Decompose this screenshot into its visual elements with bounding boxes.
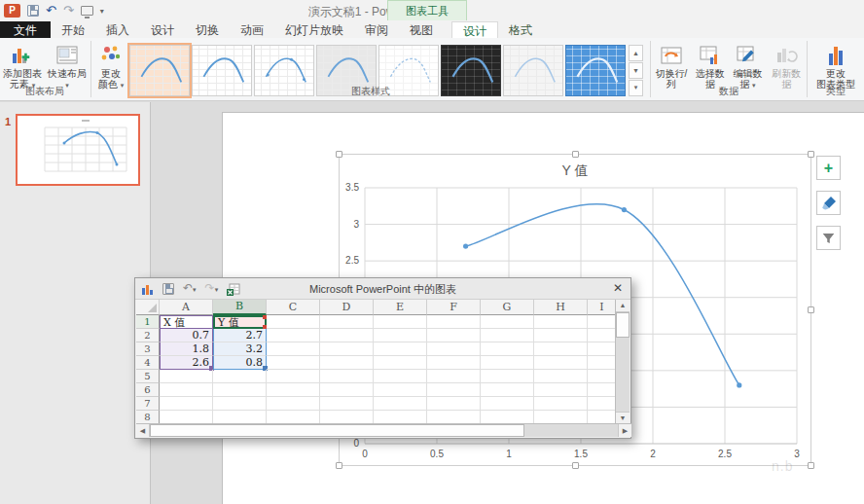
tab-chart-design-selected[interactable]: 设计 xyxy=(451,21,498,38)
row-header-2[interactable]: 2 xyxy=(136,329,160,342)
sheet-cell-G3[interactable] xyxy=(481,342,534,356)
sheet-cell-B4[interactable]: 0.8 xyxy=(213,356,267,370)
sheet-cell-E4[interactable] xyxy=(374,356,427,370)
selection-handle-se[interactable] xyxy=(808,462,814,469)
sheet-cell-D4[interactable] xyxy=(320,356,374,370)
sheet-vertical-scrollbar[interactable]: ▲ ▼ xyxy=(615,300,630,424)
sheet-cell-B5[interactable] xyxy=(213,370,267,383)
row-header-1[interactable]: 1 xyxy=(136,315,160,329)
sheet-cell-A8[interactable] xyxy=(160,411,213,424)
sheet-cell-F3[interactable] xyxy=(427,342,481,356)
sheet-cell-I2[interactable] xyxy=(588,329,617,342)
selection-handle-s[interactable] xyxy=(572,462,579,469)
sheet-cell-H6[interactable] xyxy=(534,383,588,397)
sheet-cell-B7[interactable] xyxy=(213,397,267,411)
column-header-G[interactable]: G xyxy=(481,300,534,315)
sheet-cell-E8[interactable] xyxy=(374,411,427,424)
sheet-cell-E2[interactable] xyxy=(374,329,427,342)
sheet-cell-E6[interactable] xyxy=(374,383,427,397)
sheet-cell-H7[interactable] xyxy=(534,397,588,411)
chart-title[interactable]: Y 值 xyxy=(340,162,810,180)
sheet-cell-A5[interactable] xyxy=(160,370,213,383)
sheet-cell-C1[interactable] xyxy=(267,315,320,329)
sheet-cell-I3[interactable] xyxy=(588,342,617,356)
chart-elements-button[interactable]: + xyxy=(816,156,841,180)
sheet-cell-D2[interactable] xyxy=(320,329,374,342)
column-header-E[interactable]: E xyxy=(374,300,427,315)
sheet-cell-I8[interactable] xyxy=(588,411,617,424)
chart-filters-button[interactable] xyxy=(816,226,841,250)
sheet-cell-F7[interactable] xyxy=(427,397,481,411)
sheet-cell-I7[interactable] xyxy=(588,397,617,411)
column-header-F[interactable]: F xyxy=(427,300,481,315)
row-header-6[interactable]: 6 xyxy=(136,383,160,397)
sheet-cell-E3[interactable] xyxy=(374,342,427,356)
sheet-cell-D6[interactable] xyxy=(320,383,374,397)
selection-handle-sw[interactable] xyxy=(336,462,342,469)
selection-handle-nw[interactable] xyxy=(336,151,342,158)
sheet-cell-I5[interactable] xyxy=(588,370,617,383)
slide-thumbnail[interactable] xyxy=(16,114,140,186)
tab-review[interactable]: 审阅 xyxy=(354,21,399,38)
tab-home[interactable]: 开始 xyxy=(51,21,95,38)
sheet-cell-G2[interactable] xyxy=(481,329,534,342)
sheet-cell-A1[interactable]: X 值 xyxy=(160,315,213,329)
tab-animations[interactable]: 动画 xyxy=(230,21,274,38)
sheet-cell-H4[interactable] xyxy=(534,356,588,370)
sheet-cell-F5[interactable] xyxy=(427,370,481,383)
sheet-cell-F4[interactable] xyxy=(427,356,481,370)
column-header-D[interactable]: D xyxy=(320,300,374,315)
row-header-5[interactable]: 5 xyxy=(136,370,160,383)
sheet-cell-C4[interactable] xyxy=(267,356,320,370)
sheet-cell-F8[interactable] xyxy=(427,411,481,424)
sheet-cell-H1[interactable] xyxy=(534,315,588,329)
sheet-cell-G6[interactable] xyxy=(481,383,534,397)
sheet-cell-F6[interactable] xyxy=(427,383,481,397)
sheet-cell-D5[interactable] xyxy=(320,370,374,383)
row-header-7[interactable]: 7 xyxy=(136,397,160,411)
sheet-cell-H3[interactable] xyxy=(534,342,588,356)
scroll-left-icon[interactable]: ◀ xyxy=(136,424,150,437)
tab-view[interactable]: 视图 xyxy=(399,21,444,38)
sheet-cell-G5[interactable] xyxy=(481,370,534,383)
sheet-cell-D1[interactable] xyxy=(320,315,374,329)
switch-row-column-button[interactable]: 切换行/列 xyxy=(652,41,691,90)
sheet-select-all-corner[interactable] xyxy=(136,300,160,315)
sheet-cell-C5[interactable] xyxy=(267,370,320,383)
sheet-cell-B3[interactable]: 3.2 xyxy=(213,342,267,356)
sheet-cell-F2[interactable] xyxy=(427,329,481,342)
sheet-cell-D7[interactable] xyxy=(320,397,374,411)
tab-slideshow[interactable]: 幻灯片放映 xyxy=(274,21,354,38)
sheet-cell-E5[interactable] xyxy=(374,370,427,383)
sheet-cell-C3[interactable] xyxy=(267,342,320,356)
column-header-C[interactable]: C xyxy=(267,300,320,315)
sheet-cell-H8[interactable] xyxy=(534,411,588,424)
sheet-cell-C6[interactable] xyxy=(267,383,320,397)
add-chart-element-button[interactable]: 添加图表 元素 ▾ xyxy=(1,41,44,90)
sheet-cell-A4[interactable]: 2.6 xyxy=(160,356,213,370)
tab-file[interactable]: 文件 xyxy=(0,21,51,38)
vertical-scroll-thumb[interactable] xyxy=(616,312,630,338)
sheet-cell-B1[interactable]: Y 值 xyxy=(213,315,267,329)
column-header-H[interactable]: H xyxy=(534,300,588,315)
gallery-scroll-down-icon[interactable]: ▼ xyxy=(629,62,643,79)
sheet-cell-B2[interactable]: 2.7 xyxy=(213,329,267,342)
scroll-right-icon[interactable]: ▶ xyxy=(618,424,631,437)
row-header-4[interactable]: 4 xyxy=(136,356,160,370)
tab-design[interactable]: 设计 xyxy=(140,21,185,38)
data-window-titlebar[interactable]: ↶▾ ↷▾ Microsoft PowerPoint 中的图表 ✕ xyxy=(135,278,630,300)
data-window-close-icon[interactable]: ✕ xyxy=(613,281,623,295)
selection-handle-n[interactable] xyxy=(572,151,579,158)
sheet-cell-D8[interactable] xyxy=(320,411,374,424)
sheet-cell-G4[interactable] xyxy=(481,356,534,370)
sheet-cell-G1[interactable] xyxy=(481,315,534,329)
tab-transitions[interactable]: 切换 xyxy=(185,21,230,38)
sheet-cell-C2[interactable] xyxy=(267,329,320,342)
sheet-horizontal-scrollbar[interactable]: ◀ ▶ xyxy=(136,423,631,437)
sheet-cell-A2[interactable]: 0.7 xyxy=(160,329,213,342)
sheet-cell-A3[interactable]: 1.8 xyxy=(160,342,213,356)
sheet-cell-G7[interactable] xyxy=(481,397,534,411)
sheet-cell-B8[interactable] xyxy=(213,411,267,424)
sheet-cell-G8[interactable] xyxy=(481,411,534,424)
quick-layout-button[interactable]: 快速布局 ▾ xyxy=(46,41,89,90)
